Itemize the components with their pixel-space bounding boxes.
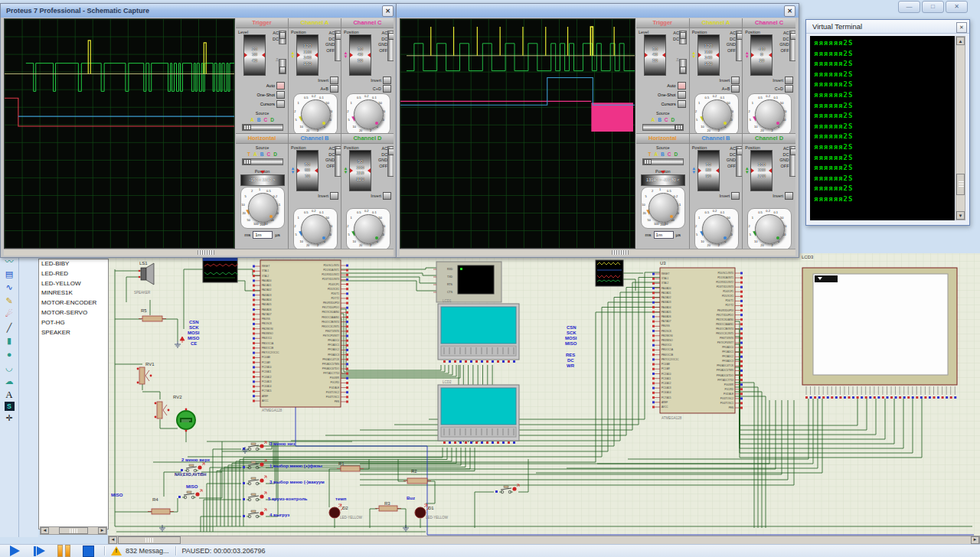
speaker-body[interactable] [141, 268, 146, 280]
gain-knob[interactable] [354, 214, 384, 244]
step-button[interactable] [29, 546, 49, 556]
gain-knob[interactable] [702, 214, 732, 244]
resistor[interactable] [152, 509, 170, 514]
source-slider[interactable] [642, 124, 684, 131]
slider-adjust-arrows[interactable]: ▲ ▼ [691, 167, 697, 174]
position-display[interactable]: 304050 [644, 34, 666, 76]
resistor[interactable] [407, 478, 427, 484]
component-list-item[interactable]: MOTOR-ENCODER [39, 298, 108, 308]
oscilloscope-window-2[interactable]: ✕ TriggerLevel304050ACDC⎍AutoOne-ShotCur… [396, 3, 799, 258]
component-list-item[interactable]: MOTOR-SERVO [39, 308, 108, 318]
slider-adjust-arrows[interactable]: ▲ ▼ [343, 51, 348, 59]
resistor[interactable] [341, 466, 360, 471]
scroll-left-arrow[interactable]: ◄ [41, 527, 49, 534]
component-list-item[interactable]: LED-RED [39, 269, 108, 279]
source-slider[interactable] [242, 124, 283, 131]
unit-value[interactable]: 1m [654, 231, 674, 239]
coupling-switch[interactable] [736, 31, 742, 61]
slider-thumb[interactable] [643, 159, 652, 164]
unit-value[interactable]: 1m [253, 231, 273, 239]
slider-thumb[interactable] [243, 159, 251, 164]
scope-scrollbar[interactable] [400, 249, 795, 256]
potentiometer[interactable] [157, 402, 162, 419]
scroll-grip[interactable] [612, 250, 629, 255]
switch-thumb[interactable] [737, 148, 742, 155]
component-list-item[interactable]: LED-YELLOW [39, 279, 108, 289]
scroll-left-arrow[interactable]: ◄ [109, 536, 117, 544]
circle-icon[interactable]: ● [2, 348, 17, 360]
switch-thumb[interactable] [680, 32, 686, 39]
coupling-switch[interactable] [736, 146, 742, 177]
cursors-button[interactable] [678, 100, 686, 108]
minimize-button[interactable]: — [898, 1, 920, 13]
close-icon[interactable]: ✕ [956, 22, 967, 33]
source-slider[interactable] [642, 158, 684, 165]
position-display[interactable]: -10010 [750, 34, 773, 76]
position-display[interactable]: 203040 [243, 34, 266, 76]
slider-adjust-arrows[interactable]: ▲ ▼ [744, 167, 750, 174]
led[interactable] [415, 507, 426, 518]
invert-button[interactable] [330, 192, 338, 200]
position-display[interactable]: 13140 > -13180 < [641, 174, 685, 186]
potentiometer[interactable] [139, 367, 145, 384]
microcontroller[interactable]: RESETXTAL1XTAL2PA0/AD0PA1/AD1PA2/AD2PA3/… [652, 268, 743, 413]
scroll-grip[interactable] [198, 250, 214, 255]
terminal-scrollbar[interactable]: ▲ ▼ [956, 36, 965, 220]
box-icon[interactable]: ▮ [2, 335, 17, 347]
position-display[interactable]: 708090 [697, 150, 720, 191]
slider-adjust-arrows[interactable]: ▲ ▼ [343, 167, 348, 174]
switch-thumb[interactable] [388, 33, 394, 40]
invert-button[interactable] [383, 192, 391, 200]
schematic-canvas[interactable]: RESETXTAL1XTAL2PA0/AD0PA1/AD1PA2/AD2PA3/… [108, 253, 980, 537]
microcontroller[interactable]: RESETXTAL1XTAL2PA0/AD0PA1/AD1PA2/AD2PA3/… [253, 260, 348, 407]
close-button[interactable]: ✕ [946, 1, 968, 13]
component-list-item[interactable]: SPEAKER [39, 328, 108, 338]
component-list[interactable]: LED-BIBYLED-REDLED-YELLOWMINRES1KMOTOR-E… [38, 259, 109, 529]
close-icon[interactable]: ✕ [784, 5, 795, 17]
gain-knob[interactable] [301, 99, 331, 129]
close-icon[interactable]: ✕ [382, 5, 394, 17]
scroll-thumb[interactable] [59, 527, 88, 534]
slider-adjust-arrows[interactable]: ▲ ▼ [290, 167, 296, 174]
switch-thumb[interactable] [279, 67, 286, 73]
led[interactable] [329, 507, 340, 518]
resistor[interactable] [379, 506, 397, 511]
invert-button[interactable] [785, 192, 793, 200]
sum-button[interactable] [330, 85, 338, 93]
coupling-switch[interactable] [789, 146, 795, 177]
invert-button[interactable] [383, 77, 391, 84]
stop-button[interactable] [78, 546, 98, 556]
coupling-switch[interactable] [387, 31, 394, 61]
one-shot-button[interactable] [678, 91, 686, 99]
auto-button[interactable] [678, 82, 686, 90]
slider-thumb[interactable] [243, 125, 251, 130]
maximize-button[interactable]: □ [922, 1, 944, 13]
line-icon[interactable]: ╱ [2, 321, 17, 334]
sum-button[interactable] [731, 85, 740, 93]
switch-thumb[interactable] [737, 33, 742, 40]
scroll-thumb[interactable] [118, 536, 181, 544]
message-count[interactable]: 832 Messag... [126, 547, 169, 555]
gain-knob[interactable] [248, 193, 278, 223]
virtual-terminal-window[interactable]: Virtual Terminal ✕ яяяяяя2Sяяяяяя2Sяяяяя… [805, 19, 970, 226]
slider-adjust-arrows[interactable]: ▲ ▼ [744, 51, 750, 59]
scroll-right-arrow[interactable]: ► [98, 527, 106, 534]
switch-thumb[interactable] [279, 32, 286, 39]
invert-button[interactable] [330, 77, 338, 84]
position-display[interactable]: 304050 [349, 34, 371, 76]
pause-button[interactable] [54, 546, 74, 556]
component-list-item[interactable]: POT-HG [39, 318, 108, 328]
marker-icon[interactable]: ✛ [2, 412, 17, 425]
scroll-down-arrow[interactable]: ▼ [956, 211, 965, 220]
position-display[interactable]: 120130140150 [296, 34, 318, 76]
position-display[interactable]: 506070 [296, 150, 318, 191]
edge-switch[interactable] [679, 59, 687, 74]
invert-button[interactable] [785, 77, 793, 84]
coupling-switch[interactable] [335, 146, 341, 177]
oscilloscope-window-1[interactable]: Proteus 7 Professional - Schematic Captu… [0, 3, 397, 258]
signal-generator-icon[interactable]: ∿ [2, 282, 17, 294]
one-shot-button[interactable] [276, 91, 285, 99]
position-display[interactable]: 120130140150 [697, 34, 720, 76]
slider-adjust-arrows[interactable]: ▲ ▼ [691, 51, 697, 59]
position-display[interactable]: -150 < 1140 > [240, 174, 285, 186]
